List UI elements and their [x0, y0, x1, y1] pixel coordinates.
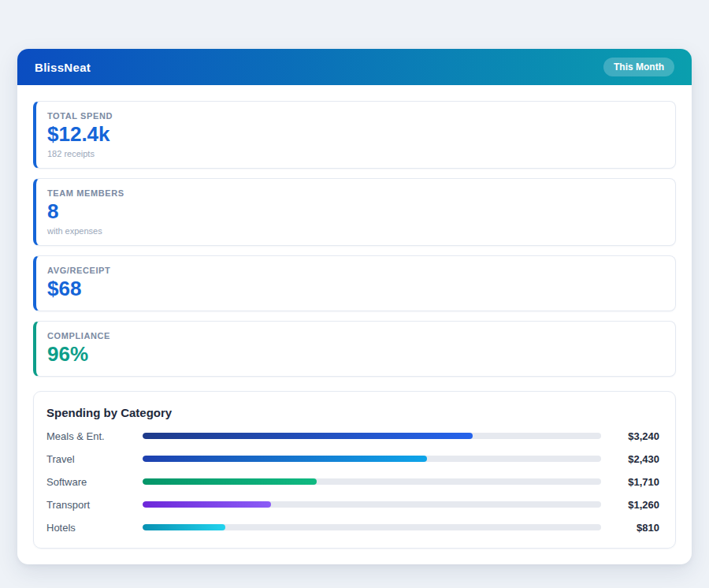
- category-amount: $3,240: [609, 430, 659, 442]
- stat-subtext: 182 receipts: [47, 149, 663, 158]
- stat-card-total-spend: TOTAL SPEND $12.4k 182 receipts: [33, 101, 676, 169]
- stat-label: TOTAL SPEND: [47, 111, 663, 121]
- stat-card-team-members: TEAM MEMBERS 8 with expenses: [33, 178, 676, 246]
- period-badge[interactable]: This Month: [603, 58, 674, 76]
- page: BlissNeat This Month TOTAL SPEND $12.4k …: [0, 0, 709, 588]
- stat-value: $68: [47, 277, 663, 301]
- category-bar-fill: [143, 524, 225, 530]
- app-header: BlissNeat This Month: [17, 49, 692, 85]
- dashboard-card: BlissNeat This Month TOTAL SPEND $12.4k …: [17, 49, 692, 564]
- category-bar-track: [143, 501, 601, 508]
- category-amount: $1,260: [609, 499, 659, 511]
- stat-value: 8: [47, 200, 663, 224]
- stat-label: TEAM MEMBERS: [47, 188, 663, 198]
- spending-by-category-card: Spending by Category Meals & Ent. $3,240…: [33, 391, 676, 549]
- category-bar-track: [143, 433, 601, 439]
- category-bar-fill: [143, 456, 427, 462]
- stat-card-compliance: COMPLIANCE 96%: [33, 321, 676, 377]
- category-row: Hotels $810: [46, 522, 659, 534]
- category-row: Transport $1,260: [46, 499, 659, 511]
- category-row: Travel $2,430: [46, 453, 659, 465]
- stat-value: 96%: [47, 343, 663, 367]
- category-bar-fill: [143, 478, 317, 485]
- category-row: Meals & Ent. $3,240: [46, 430, 659, 442]
- stat-value: $12.4k: [47, 123, 663, 147]
- category-bar-fill: [143, 433, 473, 439]
- stat-label: COMPLIANCE: [47, 331, 663, 341]
- section-title: Spending by Category: [46, 406, 659, 419]
- category-bar-track: [143, 478, 601, 485]
- category-label: Transport: [46, 499, 135, 511]
- category-label: Software: [46, 476, 135, 488]
- category-label: Travel: [46, 453, 135, 465]
- category-bar-fill: [143, 501, 271, 508]
- app-title: BlissNeat: [35, 61, 91, 74]
- category-amount: $2,430: [609, 453, 659, 465]
- stat-card-avg-receipt: AVG/RECEIPT $68: [33, 255, 676, 311]
- category-bar-track: [143, 524, 601, 530]
- category-bar-track: [143, 456, 601, 462]
- stat-subtext: with expenses: [47, 226, 663, 236]
- stat-label: AVG/RECEIPT: [47, 266, 663, 275]
- category-row: Software $1,710: [46, 476, 659, 488]
- dashboard-body: TOTAL SPEND $12.4k 182 receipts TEAM MEM…: [17, 85, 692, 564]
- category-amount: $810: [609, 522, 659, 534]
- category-amount: $1,710: [609, 476, 659, 488]
- category-label: Hotels: [46, 522, 135, 534]
- category-label: Meals & Ent.: [46, 430, 135, 442]
